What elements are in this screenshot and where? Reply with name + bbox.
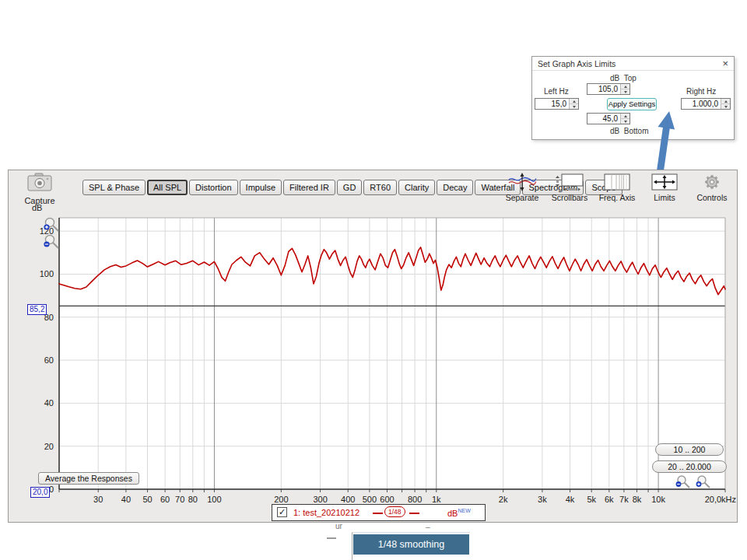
svg-text:3k: 3k (538, 495, 547, 504)
clipped-text-fragment: – (426, 523, 430, 531)
measurement-legend-bar: ✓ 1: test_20210212 1/48 dBNEW (272, 504, 486, 521)
zoom-out-y-icon[interactable] (43, 233, 61, 250)
cursor-freq-readout: 20,0 (30, 487, 50, 498)
svg-text:8k: 8k (633, 495, 642, 504)
svg-text:40: 40 (44, 398, 54, 408)
zoom-in-x-icon[interactable] (695, 474, 714, 490)
zoom-in-y-icon[interactable] (43, 216, 61, 233)
trace-checkbox-mark: ✓ (279, 507, 286, 516)
tab-decay[interactable]: Decay (437, 180, 473, 195)
tab-impulse[interactable]: Impulse (240, 180, 282, 195)
right-hz-label: Right Hz (686, 87, 716, 96)
freq-range-20-20000-button[interactable]: 20 .. 20.000 (652, 460, 727, 473)
svg-text:70: 70 (175, 495, 184, 504)
limits-icon (650, 173, 679, 191)
db-bottom-label: dB Bottom (610, 127, 648, 135)
capture-button[interactable]: Capture (18, 172, 61, 205)
freq-axis-button[interactable]: Freq. Axis (597, 173, 637, 202)
rew-window: Capture dB SPL & Phase All SPL Distortio… (8, 170, 738, 523)
separate-button[interactable]: Separate (502, 173, 542, 202)
svg-text:1k: 1k (432, 495, 441, 504)
svg-text:20,0kHz: 20,0kHz (705, 495, 736, 504)
svg-text:10k: 10k (651, 495, 665, 504)
svg-text:300: 300 (313, 495, 327, 504)
freq-axis-icon (602, 173, 632, 191)
svg-text:50: 50 (142, 495, 152, 504)
db-top-label: dB Top (610, 74, 637, 82)
camera-icon (26, 172, 53, 192)
freq-range-10-200-button[interactable]: 10 .. 200 (655, 443, 724, 456)
svg-text:80: 80 (188, 495, 198, 504)
svg-text:5k: 5k (587, 495, 596, 504)
tab-clarity[interactable]: Clarity (398, 180, 435, 195)
close-icon[interactable]: × (722, 58, 728, 69)
svg-text:6k: 6k (605, 495, 614, 504)
limits-button[interactable]: Limits (644, 173, 685, 202)
average-responses-button[interactable]: Average the Responses (38, 472, 139, 485)
menu-item-1-48-smoothing[interactable]: 1/48 smoothing (353, 534, 469, 555)
axis-limits-dialog: Set Graph Axis Limits × dB Top 105,0 Lef… (531, 56, 735, 140)
tab-all-spl[interactable]: All SPL (147, 180, 188, 195)
gear-icon (697, 173, 727, 191)
spinner-arrows-icon[interactable] (620, 114, 630, 124)
zoom-out-x-icon[interactable] (675, 474, 693, 490)
tab-spl-phase[interactable]: SPL & Phase (82, 180, 146, 195)
svg-text:20: 20 (44, 442, 54, 451)
svg-text:30: 30 (93, 495, 103, 504)
svg-text:100: 100 (207, 495, 221, 504)
smoothing-menu: 1/48 smoothing No smoothing (352, 532, 470, 560)
tab-distortion[interactable]: Distortion (189, 180, 237, 195)
svg-text:200: 200 (274, 495, 288, 504)
svg-text:2k: 2k (499, 495, 508, 504)
spinner-arrows-icon[interactable] (569, 99, 578, 109)
svg-text:4k: 4k (566, 495, 575, 504)
spinner-arrows-icon[interactable] (620, 84, 630, 94)
svg-text:500: 500 (363, 495, 377, 504)
smoothing-badge[interactable]: 1/48 (384, 506, 405, 517)
scrollbars-icon (555, 173, 584, 191)
left-hz-label: Left Hz (544, 87, 569, 96)
new-flag: NEW (458, 508, 470, 513)
tab-gd[interactable]: GD (337, 180, 363, 195)
controls-button[interactable]: Controls (692, 173, 732, 202)
trace-checkbox[interactable]: ✓ (277, 507, 287, 517)
trace-color-line (373, 513, 383, 514)
svg-text:600: 600 (380, 495, 394, 504)
svg-text:800: 800 (408, 495, 422, 504)
svg-text:400: 400 (341, 495, 355, 504)
svg-text:40: 40 (121, 495, 131, 504)
left-hz-spinner[interactable]: 15,0 (535, 98, 579, 110)
tab-filtered-ir[interactable]: Filtered IR (283, 180, 335, 195)
separate-traces-icon (507, 173, 537, 191)
trace-unit: dBNEW (447, 508, 471, 518)
scrollbars-button[interactable]: Scrollbars (549, 173, 590, 202)
cursor-spl-readout: 85,2 (27, 304, 47, 315)
graph-toolbar: Separate Scrollbars (502, 173, 732, 202)
trace-name[interactable]: 1: test_20210212 (293, 508, 359, 517)
db-bottom-spinner[interactable]: 45,0 (587, 113, 630, 124)
tab-rt60[interactable]: RT60 (363, 180, 397, 195)
svg-text:60: 60 (44, 355, 54, 365)
trace-color-line (409, 513, 419, 514)
db-top-spinner[interactable]: 105,0 (587, 83, 630, 95)
svg-text:100: 100 (40, 269, 54, 278)
svg-text:7k: 7k (619, 495, 629, 504)
clipped-line-fragment (327, 537, 336, 539)
spinner-arrows-icon[interactable] (721, 99, 730, 109)
dialog-title: Set Graph Axis Limits (538, 59, 615, 68)
svg-text:60: 60 (160, 495, 170, 504)
clipped-text-fragment: ur (335, 522, 342, 530)
dialog-title-separator (532, 70, 734, 71)
